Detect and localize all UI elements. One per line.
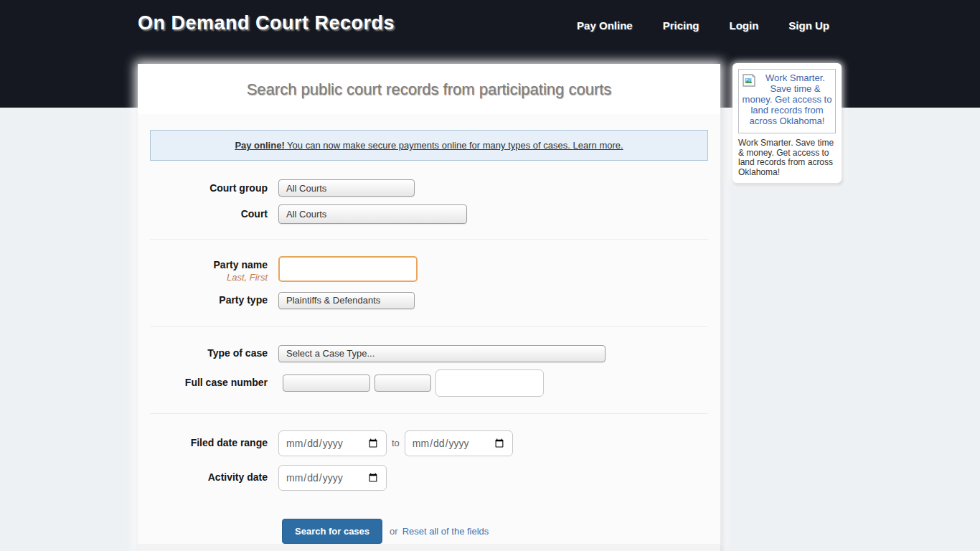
court-select[interactable]: All Courts	[278, 204, 467, 224]
section-divider	[150, 326, 708, 327]
panel-footer	[138, 544, 720, 551]
nav-pricing[interactable]: Pricing	[663, 19, 699, 64]
sidebar-ad-link[interactable]: Work Smarter. Save time & money. Get acc…	[738, 69, 836, 133]
court-group-select[interactable]: All Courts	[278, 179, 415, 197]
search-form: Pay online! You can now make secure paym…	[138, 114, 720, 544]
case-number-part2-input[interactable]	[374, 375, 431, 392]
sidebar-ad-caption: Work Smarter. Save time & money. Get acc…	[738, 138, 836, 177]
party-name-hint: Last, First	[227, 272, 268, 283]
court-label: Court	[150, 208, 278, 220]
party-type-select[interactable]: Plaintiffs & Defendants	[278, 292, 415, 309]
date-range-to-text: to	[392, 438, 400, 448]
nav-pay-online[interactable]: Pay Online	[577, 19, 633, 64]
filed-date-to-input[interactable]	[405, 430, 513, 456]
nav-sign-up[interactable]: Sign Up	[788, 19, 829, 64]
pay-online-notice-link[interactable]: Pay online! You can now make secure paym…	[235, 140, 623, 151]
main-nav: Pay Online Pricing Login Sign Up	[577, 19, 842, 64]
notice-learn-more: Learn more.	[573, 140, 623, 151]
panel-header: Search public court records from partici…	[138, 64, 720, 114]
nav-login[interactable]: Login	[730, 19, 759, 64]
page-title: Search public court records from partici…	[138, 80, 720, 99]
section-divider	[150, 413, 708, 414]
search-for-cases-button[interactable]: Search for cases	[282, 519, 382, 544]
court-group-label: Court group	[150, 182, 278, 194]
notice-text: You can now make secure payments online …	[285, 140, 573, 151]
or-text: or	[390, 526, 398, 537]
case-number-part1-input[interactable]	[283, 375, 370, 392]
sidebar-ad-card: Work Smarter. Save time & money. Get acc…	[732, 63, 842, 183]
case-type-select[interactable]: Select a Case Type...	[278, 345, 606, 362]
search-panel: Search public court records from partici…	[138, 64, 720, 551]
section-divider	[150, 239, 708, 240]
case-number-part3-input[interactable]	[435, 369, 544, 397]
activity-date-input[interactable]	[278, 465, 387, 491]
party-name-label: Party name Last, First	[150, 256, 278, 283]
notice-bold-text: Pay online!	[235, 140, 284, 151]
case-type-label: Type of case	[150, 347, 278, 359]
reset-fields-link[interactable]: Reset all of the fields	[402, 526, 489, 537]
filed-date-from-input[interactable]	[278, 430, 387, 456]
party-name-input[interactable]	[278, 256, 418, 282]
site-header: On Demand Court Records Pay Online Prici…	[138, 0, 842, 64]
party-type-label: Party type	[150, 294, 278, 306]
pay-online-notice: Pay online! You can now make secure paym…	[150, 130, 708, 161]
sidebar-ad-broken-image: Work Smarter. Save time & money. Get acc…	[738, 69, 836, 133]
site-title: On Demand Court Records	[138, 12, 395, 64]
activity-date-label: Activity date	[150, 471, 278, 484]
filed-date-range-label: Filed date range	[150, 437, 278, 449]
broken-image-icon	[742, 73, 756, 88]
case-number-label: Full case number	[150, 377, 278, 389]
